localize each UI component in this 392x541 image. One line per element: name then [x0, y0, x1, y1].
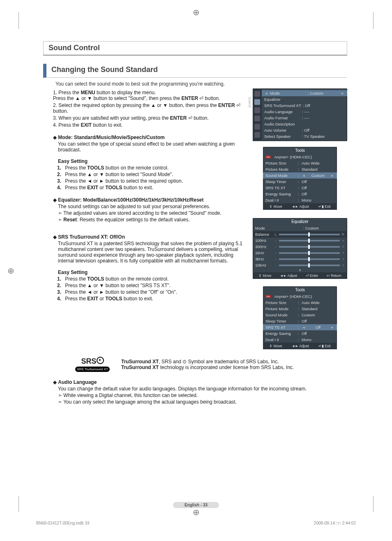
- slider-track: [279, 252, 340, 254]
- audio-lang-note-1: While viewing a Digital channel, this fu…: [58, 392, 347, 398]
- setup-icon: [254, 116, 260, 121]
- step: 4. Press the EXIT or TOOLS button to exi…: [57, 185, 245, 190]
- easy-setting-heading: Easy Setting: [58, 158, 245, 164]
- eq-band-row: 10kHz-+: [253, 262, 347, 268]
- step: 2. Press the ▲ or ▼ button to select "So…: [57, 172, 245, 177]
- osd-tools-1: Tools ▪▪▪Anynet+ (HDMI-CEC) Picture Size…: [263, 147, 337, 210]
- osd-footer: ⇕ Move◄► Adjust⏎ Enter↩ Return: [253, 272, 347, 279]
- eq-band-row: 100Hz-+: [253, 237, 347, 244]
- footer-right: 2008-08-14 □□ 2:44:02: [314, 521, 356, 525]
- osd-row: Auto Volume: Off: [262, 127, 347, 133]
- step: 2. Select the required option by pressin…: [53, 102, 245, 114]
- step: 4. Press the EXIT or TOOLS button to exi…: [57, 296, 245, 302]
- audio-language-heading: Audio Language: [53, 379, 347, 385]
- crop-hair: [373, 496, 374, 512]
- osd-row: SRS TruSurround XT: Off: [262, 102, 347, 109]
- osd-row: SRS TS XT:Off: [263, 185, 337, 191]
- osd-footer-hint: ↵▮ Exit: [318, 204, 331, 209]
- osd-equalizer: Equalizer Mode: Custom BalanceLR100Hz-+3…: [253, 218, 347, 279]
- osd-footer-hint: ⏎ Enter: [306, 274, 318, 278]
- osd-title: Tools: [263, 147, 337, 154]
- app-icon: [254, 132, 260, 138]
- crop-mark-top: ⊕: [193, 7, 200, 17]
- osd-row: Picture Mode:Standard: [263, 306, 337, 312]
- osd-row: Picture Mode:Standard: [263, 166, 337, 172]
- srs-trademark-text: TruSurround XT, SRS and ⊙ Symbol are tra…: [121, 359, 294, 370]
- slider-thumb: [308, 239, 310, 243]
- anynet-row: ▪▪▪Anynet+ (HDMI-CEC): [263, 154, 337, 160]
- osd-footer-hint: ◄► Adjust: [280, 274, 297, 278]
- srs-heading: SRS TruSurround XT: Off/On: [53, 234, 245, 240]
- osd-footer-hint: ⇕ Move: [269, 344, 282, 348]
- step: 3. When you are satisfied with your sett…: [53, 115, 245, 121]
- subsection-title: Changing the Sound Standard: [43, 64, 347, 78]
- step: 3. Press the ◄ or ► button to select the…: [57, 178, 245, 184]
- eq-band-row: 3kHz-+: [253, 256, 347, 262]
- crop-hair: [18, 496, 19, 512]
- crop-mark-left: ⊕: [7, 266, 14, 276]
- osd-row: Sound Mode:◄Custom►: [263, 172, 337, 179]
- slider-thumb: [308, 263, 310, 267]
- osd-row: Dual I II:Mono: [263, 337, 337, 343]
- srs-trademark-box: SRS SRS TruSurround XT TruSurround XT, S…: [72, 357, 347, 372]
- step: 1. Press the MENU button to display the …: [53, 90, 245, 101]
- osd-row: Sleep Timer:Off: [263, 179, 337, 185]
- step: 2. Press the ▲ or ▼ button to select "SR…: [57, 283, 245, 288]
- eq-note-2: Reset: Resets the equalizer settings to …: [58, 217, 245, 223]
- osd-row: SRS TS XT:◄Off►: [263, 324, 337, 330]
- step: 1. Press the TOOLS button on the remote …: [57, 165, 245, 171]
- mode-para: You can select the type of special sound…: [58, 141, 245, 153]
- anynet-badge: ▪▪▪: [265, 156, 271, 158]
- eq-mode-row: Mode: Custom: [253, 225, 347, 231]
- crop-mark-bottom: ⊕: [193, 507, 200, 517]
- step: 4. Press the EXIT button to exit.: [53, 122, 245, 128]
- osd-tools-2: Tools ▪▪▪Anynet+ (HDMI-CEC) Picture Size…: [263, 286, 337, 349]
- osd-row: Audio Language: ----: [262, 109, 347, 115]
- osd-title: Tools: [263, 286, 337, 293]
- osd-row: Equalizer: [262, 96, 347, 102]
- osd-icon-sidebar: [253, 88, 262, 141]
- anynet-row: ▪▪▪Anynet+ (HDMI-CEC): [263, 293, 337, 300]
- mode-heading: Mode: Standard/Music/Movie/Speech/Custom: [53, 135, 245, 140]
- osd-row: Sleep Timer:Off: [263, 318, 337, 324]
- eq-band-row: 1kHz-+: [253, 250, 347, 256]
- intro-text: You can select the sound mode to best su…: [55, 81, 347, 87]
- osd-footer: ⇕ Move◄► Adjust↵▮ Exit: [263, 203, 337, 210]
- sound-icon: [254, 99, 260, 105]
- osd-footer: ⇕ Move◄► Adjust↵▮ Exit: [263, 343, 337, 349]
- osd-footer-hint: ↩ Return: [327, 274, 341, 278]
- equalizer-para: The sound settings can be adjusted to su…: [58, 204, 245, 209]
- crop-hair: [373, 12, 374, 29]
- slider-track: [279, 246, 340, 248]
- slider-thumb: [308, 251, 310, 255]
- osd-row: Sound Mode:Custom: [263, 312, 337, 318]
- osd-sound-menu: Sound ◄Mode: Custom►EqualizerSRS TruSurr…: [253, 88, 347, 141]
- slider-thumb: [308, 232, 310, 237]
- osd-row: Energy Saving:Off: [263, 330, 337, 337]
- osd-footer-hint: ◄► Adjust: [292, 344, 309, 348]
- osd-row: Picture Size:Auto Wide: [263, 160, 337, 166]
- slider-track: [279, 234, 340, 235]
- channel-icon: [254, 107, 260, 113]
- eq-note-1: The adjusted values are stored according…: [58, 210, 245, 216]
- srs-logo: SRS SRS TruSurround XT: [72, 357, 113, 372]
- slider-track: [279, 240, 340, 241]
- osd-sidebar-label: Sound: [248, 97, 252, 107]
- step: 1. Press the TOOLS button on the remote …: [57, 276, 245, 282]
- osd-footer-hint: ◄► Adjust: [292, 204, 309, 209]
- equalizer-heading: Equalizer: Mode/Balance/100Hz/300Hz/1kHz…: [53, 197, 245, 203]
- input-icon: [254, 124, 260, 130]
- osd-row: Audio Description: [262, 121, 347, 127]
- step: 3. Press the ◄ or ► button to select the…: [57, 289, 245, 295]
- osd-footer-hint: ↵▮ Exit: [318, 344, 331, 348]
- osd-row: ◄Mode: Custom►: [262, 90, 347, 96]
- easy-steps-1: 1. Press the TOOLS button on the remote …: [57, 165, 245, 190]
- osd-row: Dual I II:Mono: [263, 197, 337, 203]
- slider-thumb: [308, 257, 310, 261]
- easy-setting-heading-2: Easy Setting: [58, 269, 245, 275]
- slider-track: [279, 265, 340, 266]
- slider-track: [279, 258, 340, 260]
- eq-band-row: BalanceLR: [253, 231, 347, 237]
- osd-footer-hint: ⇕ Move: [269, 204, 282, 209]
- footer-left: BN68-01412T-00Eng.indb 33: [36, 521, 90, 525]
